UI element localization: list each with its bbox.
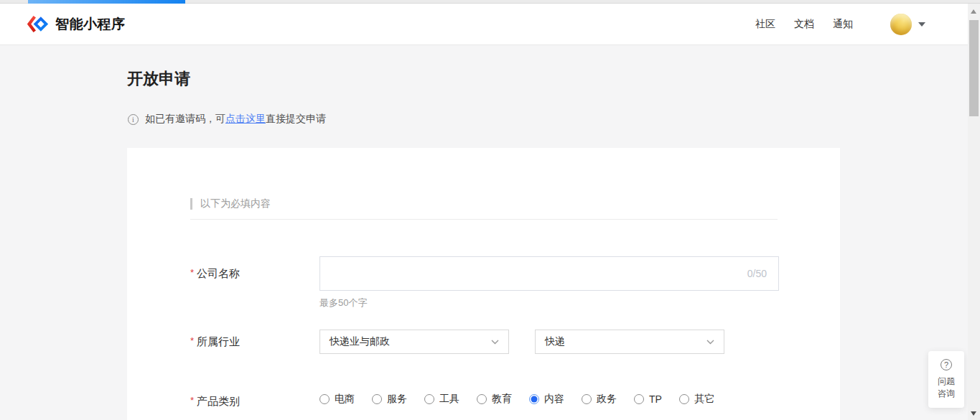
company-name-label: *公司名称 [190,267,240,281]
notice-suffix: 直接提交申请 [266,113,326,124]
notice-prefix: 如已有邀请码，可 [145,113,225,124]
company-name-hint: 最多50个字 [319,297,367,309]
nav-item-community[interactable]: 社区 [755,18,775,31]
chevron-down-icon [706,340,714,345]
industry-subcategory-value: 快递 [545,335,565,348]
screen: 智能小程序 社区 文档 通知 开放申请 i 如已有邀请码，可点击这里直接提交申请… [0,0,980,420]
section-title: 以下为必填内容 [200,197,271,210]
radio-option-label: 服务 [387,393,407,406]
radio-option-label: TP [649,393,662,405]
support-widget-label: 问题 咨询 [938,375,955,400]
application-form-card: 以下为必填内容 *公司名称 0/50 最多50个字 *所属行业 快递业与邮政 [127,148,840,420]
radio-option[interactable]: 政务 [582,393,617,406]
header-right: 社区 文档 通知 [737,14,925,35]
support-widget-line2: 咨询 [938,388,955,398]
radio-option[interactable]: 其它 [679,393,714,406]
radio-option[interactable]: 教育 [477,393,512,406]
section-head: 以下为必填内容 [190,197,271,210]
page-title: 开放申请 [127,68,190,90]
invite-code-notice: i 如已有邀请码，可点击这里直接提交申请 [128,113,326,126]
nav-item-notifications[interactable]: 通知 [833,18,853,31]
radio-icon [477,394,487,404]
radio-option[interactable]: TP [634,393,662,405]
chevron-down-icon[interactable] [918,22,925,27]
radio-option-label: 工具 [439,393,459,406]
industry-category-value: 快递业与邮政 [330,335,390,348]
radio-option-label: 内容 [544,393,564,406]
industry-label-text: 所属行业 [197,335,240,347]
required-asterisk: * [190,267,194,278]
radio-option[interactable]: 工具 [424,393,459,406]
support-widget-line1: 问题 [938,376,955,386]
radio-icon [319,394,330,404]
product-category-radio-group: 电商 服务 工具 教育 内容 [319,393,732,406]
radio-icon [634,394,644,404]
radio-option[interactable]: 内容 [529,393,564,406]
industry-label: *所属行业 [190,335,240,349]
info-icon: i [128,114,139,125]
radio-option-label: 教育 [492,393,512,406]
company-name-label-text: 公司名称 [197,267,240,279]
industry-category-select[interactable]: 快递业与邮政 [319,330,509,354]
brand-logo-icon [27,15,49,33]
company-name-input[interactable] [319,256,779,291]
radio-icon [679,394,689,404]
radio-option[interactable]: 电商 [319,393,355,406]
avatar[interactable] [890,14,912,35]
required-asterisk: * [190,395,194,406]
industry-subcategory-select[interactable]: 快递 [535,330,724,354]
radio-option[interactable]: 服务 [372,393,407,406]
radio-option-label: 政务 [597,393,617,406]
radio-icon [582,394,592,404]
radio-option-label: 电商 [335,393,355,406]
radio-option-label: 其它 [694,393,714,406]
radio-icon [372,394,382,404]
scroll-up-arrow[interactable] [971,9,976,14]
section-divider [190,219,778,220]
header: 智能小程序 社区 文档 通知 [0,4,968,45]
char-counter: 0/50 [747,268,767,279]
required-asterisk: * [190,335,194,346]
scroll-down-arrow[interactable] [971,411,976,416]
main-content: 开放申请 i 如已有邀请码，可点击这里直接提交申请 以下为必填内容 *公司名称 … [0,45,968,420]
question-icon: ? [941,359,952,370]
notice-text: 如已有邀请码，可点击这里直接提交申请 [145,113,326,126]
nav-item-docs[interactable]: 文档 [794,18,814,31]
support-widget-button[interactable]: ? 问题 咨询 [928,351,964,408]
product-category-label: *产品类别 [190,395,240,409]
chevron-down-icon [491,340,499,345]
scrollbar[interactable] [968,4,980,420]
company-name-input-wrap: 0/50 [319,256,779,291]
radio-icon [529,394,539,404]
scrollbar-thumb[interactable] [969,20,979,116]
invite-code-link[interactable]: 点击这里 [225,113,266,124]
radio-icon [424,394,434,404]
section-bar [190,198,192,210]
product-category-label-text: 产品类别 [197,395,240,407]
brand[interactable]: 智能小程序 [27,15,126,34]
brand-name: 智能小程序 [55,15,126,34]
